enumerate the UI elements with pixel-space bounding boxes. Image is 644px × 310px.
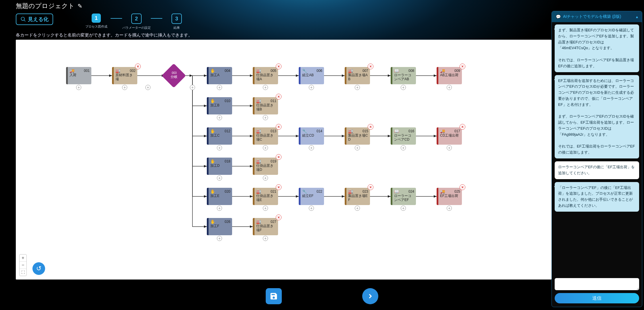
add-below-button[interactable]: +	[190, 85, 195, 90]
zoom-out-button[interactable]: −	[20, 262, 26, 269]
node-020[interactable]: ✋020 加工E	[207, 188, 232, 205]
node-026[interactable]: ✋026 加工F	[207, 218, 232, 235]
close-icon[interactable]: ×	[276, 154, 281, 160]
add-below-button[interactable]: +	[355, 206, 360, 211]
node-007[interactable]: 🏭007 製品置き場AB×	[345, 67, 370, 84]
node-013[interactable]: 🏭013 仕掛品置き場C×	[253, 127, 278, 145]
add-below-button[interactable]: +	[145, 85, 151, 90]
node-016[interactable]: 📖016 ローラーコンベアCD	[391, 127, 416, 145]
node-017[interactable]: 🚚017 CD工場出荷×	[437, 127, 462, 145]
project-title: 無題のプロジェクト	[16, 2, 75, 10]
step-1[interactable]: 1プロセス図作成	[82, 14, 111, 29]
add-below-button[interactable]: +	[76, 85, 81, 90]
step-box: 2	[131, 14, 142, 24]
close-icon[interactable]: ×	[276, 184, 281, 190]
node-006[interactable]: 🔧006 組立AB	[299, 67, 324, 84]
add-below-button[interactable]: +	[263, 236, 268, 241]
add-below-button[interactable]: +	[309, 206, 314, 211]
branch-node[interactable]: 003分岐	[162, 64, 186, 88]
next-button[interactable]	[362, 288, 378, 304]
close-icon[interactable]: ×	[276, 64, 281, 69]
close-icon[interactable]: ×	[135, 64, 141, 69]
bottom-actions	[0, 282, 644, 310]
add-below-button[interactable]: +	[447, 85, 452, 90]
chat-messages[interactable]: まず、製品置き場EFのプロセスIDを確認してから、ローラーコンベアEFを追加しま…	[552, 22, 642, 276]
chat-header[interactable]: 💬 AIチャットでモデルを構築 (β版) ▴	[552, 11, 642, 22]
add-below-button[interactable]: +	[122, 85, 127, 90]
node-011[interactable]: 🏭011 仕掛品置き場B×	[253, 97, 278, 114]
add-below-button[interactable]: +	[217, 115, 222, 120]
node-025[interactable]: 🚚025 EF工場出荷×	[437, 188, 462, 205]
zoom-in-button[interactable]: +	[20, 254, 26, 262]
node-022[interactable]: 🔧022 組立EF	[299, 188, 324, 205]
add-below-button[interactable]: +	[447, 206, 452, 211]
node-id: 008	[408, 69, 414, 73]
close-icon[interactable]: ×	[276, 124, 281, 130]
node-009[interactable]: 🚚009 AB工場出荷×	[437, 67, 462, 84]
add-below-button[interactable]: +	[309, 85, 314, 90]
add-below-button[interactable]: +	[309, 145, 314, 150]
node-015[interactable]: 🏭015 製品置き場CD×	[345, 127, 370, 145]
add-below-button[interactable]: +	[263, 115, 268, 120]
node-accent	[207, 127, 209, 145]
node-002[interactable]: 🏭002 原材料置き場×	[112, 67, 137, 84]
close-icon[interactable]: ×	[276, 94, 281, 99]
node-header: 🏭013	[254, 129, 276, 134]
close-icon[interactable]: ×	[460, 124, 465, 130]
close-icon[interactable]: ×	[368, 64, 373, 69]
save-button[interactable]	[266, 288, 282, 304]
undo-button[interactable]: ↺	[32, 262, 45, 275]
add-below-button[interactable]: +	[355, 145, 360, 150]
add-below-button[interactable]: +	[401, 206, 406, 211]
node-accent	[299, 188, 300, 205]
add-below-button[interactable]: +	[217, 85, 222, 90]
node-023[interactable]: 🏭023 製品置き場EF×	[345, 188, 370, 205]
add-below-button[interactable]: +	[263, 175, 268, 181]
node-001[interactable]: 🚚001 入荷	[66, 67, 91, 84]
node-024[interactable]: 📖024 ローラーコンベアEF	[391, 188, 416, 205]
add-below-button[interactable]: +	[401, 85, 406, 90]
chat-icon: 💬	[556, 14, 561, 19]
close-icon[interactable]: ×	[276, 215, 281, 220]
node-label: 組立AB	[300, 73, 322, 77]
diagram-canvas[interactable]: 🚚001 入荷+ 🏭002 原材料置き場×+ ✋004 加工A+ 🏭005 仕掛…	[16, 40, 552, 280]
node-019[interactable]: 🏭019 仕掛品置き場D×	[253, 158, 278, 175]
node-id: 019	[271, 159, 276, 163]
node-010[interactable]: ✋010 加工B	[207, 97, 232, 114]
add-below-button[interactable]: +	[263, 85, 268, 90]
node-021[interactable]: 🏭021 仕掛品置き場E×	[253, 188, 278, 205]
add-below-button[interactable]: +	[355, 85, 360, 90]
add-below-button[interactable]: +	[217, 236, 222, 241]
add-below-button[interactable]: +	[217, 145, 222, 150]
node-004[interactable]: ✋004 加工A	[207, 67, 232, 84]
zoom-fit-button[interactable]: ⛶	[20, 269, 26, 276]
node-027[interactable]: 🏭027 仕掛品置き場F×	[253, 218, 278, 235]
svg-line-1	[24, 20, 26, 22]
add-below-button[interactable]: +	[263, 206, 268, 211]
add-below-button[interactable]: +	[263, 145, 268, 150]
chevron-up-icon[interactable]: ▴	[636, 14, 638, 19]
branch-label: 003分岐	[165, 71, 183, 79]
edit-title-icon[interactable]: ✎	[78, 3, 82, 9]
add-below-button[interactable]: +	[217, 175, 222, 181]
close-icon[interactable]: ×	[368, 124, 373, 130]
add-below-button[interactable]: +	[447, 145, 452, 150]
close-icon[interactable]: ×	[460, 184, 465, 190]
mieruka-button[interactable]: 見える化	[16, 14, 53, 25]
node-id: 021	[271, 190, 276, 194]
add-below-button[interactable]: +	[217, 206, 222, 211]
node-type-icon: 🏭	[348, 68, 353, 73]
close-icon[interactable]: ×	[368, 184, 373, 190]
step-3[interactable]: 3結果	[162, 14, 191, 30]
node-label: 仕掛品置き場E	[254, 194, 276, 202]
node-018[interactable]: ✋018 加工D	[207, 158, 232, 175]
node-012[interactable]: ✋012 加工C	[207, 127, 232, 145]
node-header: 🚚001	[68, 68, 90, 73]
close-icon[interactable]: ×	[460, 64, 465, 69]
step-2[interactable]: 2パラメーターの設定	[122, 14, 151, 30]
step-box: 1	[92, 14, 101, 23]
node-008[interactable]: 📖008 ローラーコンベアAB	[391, 67, 416, 84]
add-below-button[interactable]: +	[401, 145, 406, 150]
node-014[interactable]: 🔧014 組立CD	[299, 127, 324, 145]
node-005[interactable]: 🏭005 仕掛品置き場A×	[253, 67, 278, 84]
